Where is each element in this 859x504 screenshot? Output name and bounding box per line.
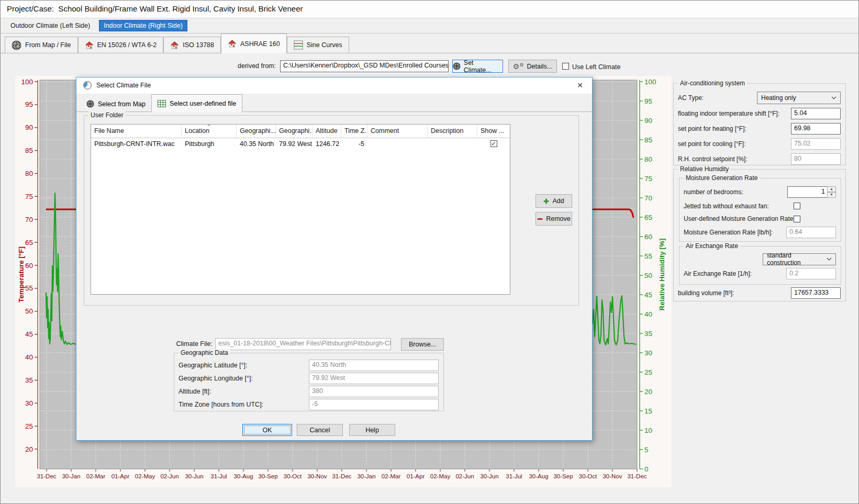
- col-time-zone[interactable]: Time Z...: [341, 125, 367, 138]
- svg-text:31-Dec: 31-Dec: [332, 473, 351, 479]
- svg-text:0: 0: [644, 465, 649, 473]
- col-altitude[interactable]: Altitude: [313, 125, 341, 138]
- svg-text:30-Aug: 30-Aug: [529, 473, 548, 479]
- user-folder-title: User Folder: [88, 111, 126, 119]
- svg-text:85: 85: [25, 147, 33, 154]
- svg-text:75: 75: [644, 175, 652, 183]
- svg-text:35: 35: [644, 330, 652, 338]
- browse-button[interactable]: Browse...: [401, 338, 444, 351]
- jetted-tub-label: Jetted tub without exhaust fan:: [684, 203, 836, 210]
- svg-text:01-Apr: 01-Apr: [111, 473, 130, 479]
- svg-text:75: 75: [25, 193, 33, 200]
- globe-icon: [86, 100, 94, 108]
- help-button[interactable]: Help: [349, 424, 395, 436]
- air-exchange-group-title: Air Exchange Rate: [684, 242, 740, 250]
- col-geographic-lon[interactable]: Geographi...: [276, 125, 313, 138]
- tab-label: ASHRAE 160: [240, 40, 280, 48]
- app-window: Project/Case: School Building/Frame Wall…: [0, 0, 859, 504]
- ac-type-dropdown[interactable]: Heating only: [757, 92, 841, 104]
- climate-file-table[interactable]: File Name ^Location Geographi... Geograp…: [91, 124, 510, 295]
- svg-text:15: 15: [644, 407, 652, 415]
- select-climate-file-dialog: Select Climate File ✕ Select from Map Se…: [76, 77, 593, 441]
- svg-text:30-Nov: 30-Nov: [307, 473, 327, 479]
- ac-type-label: AC Type:: [678, 94, 757, 102]
- cell-description[interactable]: [428, 138, 477, 150]
- svg-text:70: 70: [644, 194, 652, 202]
- svg-text:31-Dec: 31-Dec: [627, 473, 646, 479]
- tab-select-user-defined-file[interactable]: Select user-defined file: [151, 94, 242, 112]
- col-show[interactable]: Show ...: [477, 125, 510, 138]
- cooling-setpoint-field: 75.02: [791, 138, 841, 150]
- svg-text:30-Jan: 30-Jan: [357, 473, 375, 479]
- svg-text:02-Mar: 02-Mar: [382, 473, 401, 479]
- svg-text:30: 30: [644, 349, 652, 357]
- dialog-tabs: Select from Map Select user-defined file: [76, 94, 592, 112]
- col-location[interactable]: ^Location: [182, 125, 237, 138]
- svg-text:100: 100: [644, 78, 656, 86]
- timezone-label: Time Zone [hours from UTC]:: [179, 401, 309, 408]
- construction-type-dropdown[interactable]: standard construction: [763, 253, 836, 265]
- svg-text:02-Mar: 02-Mar: [86, 473, 106, 479]
- svg-text:5: 5: [644, 446, 649, 454]
- add-label: Add: [552, 197, 564, 205]
- svg-text:85: 85: [644, 136, 652, 144]
- stepper-down-icon[interactable]: ▼: [827, 192, 836, 198]
- ac-system-group: Air-conditioning system AC Type: Heating…: [673, 83, 846, 165]
- chevron-down-icon: [831, 96, 836, 99]
- tab-select-from-map[interactable]: Select from Map: [81, 96, 151, 111]
- svg-text:20: 20: [25, 445, 33, 453]
- svg-text:10: 10: [644, 427, 652, 434]
- bedrooms-value[interactable]: 1: [787, 186, 827, 198]
- bedrooms-label: number of bedrooms:: [684, 188, 787, 196]
- altitude-field: 380: [309, 386, 439, 397]
- floating-shift-field[interactable]: 5.04: [791, 108, 841, 119]
- longitude-field: 79.92 West: [309, 373, 439, 384]
- close-icon[interactable]: ✕: [572, 80, 588, 91]
- col-description[interactable]: Description: [428, 125, 477, 138]
- cell-comment[interactable]: [367, 138, 428, 150]
- latitude-field: 40.35 North: [309, 360, 439, 371]
- svg-text:55: 55: [644, 252, 652, 260]
- svg-text:60: 60: [644, 233, 652, 241]
- cell-timezone[interactable]: -5: [341, 138, 367, 150]
- table-row[interactable]: Pittsburgh-CRNT-INTR.wac Pittsburgh 40.3…: [91, 138, 510, 150]
- svg-text:65: 65: [25, 239, 33, 247]
- svg-text:90: 90: [644, 117, 652, 125]
- tab-ashrae-160[interactable]: ASHRAE 160: [221, 33, 287, 53]
- cell-show: [477, 138, 510, 150]
- bedrooms-stepper[interactable]: 1 ▲ ▼: [787, 186, 836, 198]
- cell-location[interactable]: Pittsburgh: [182, 138, 237, 150]
- svg-text:80: 80: [644, 155, 652, 163]
- svg-text:80: 80: [25, 170, 33, 177]
- cell-longitude[interactable]: 79.92 West: [276, 138, 313, 150]
- cell-latitude[interactable]: 40.35 North: [237, 138, 276, 150]
- svg-text:30-Oct: 30-Oct: [579, 473, 597, 479]
- cancel-button[interactable]: Cancel: [297, 424, 343, 436]
- dialog-title-bar[interactable]: Select Climate File ✕: [76, 77, 592, 94]
- col-file-name[interactable]: File Name: [91, 125, 182, 138]
- add-button[interactable]: Add: [536, 194, 572, 208]
- air-exchange-group: Air Exchange Rate standard construction …: [679, 246, 841, 285]
- cell-altitude[interactable]: 1246.72: [313, 138, 341, 150]
- svg-text:40: 40: [25, 353, 33, 361]
- building-volume-field[interactable]: 17657.3333: [791, 287, 841, 299]
- heating-setpoint-field[interactable]: 69.98: [791, 123, 841, 135]
- user-defined-rate-checkbox[interactable]: [794, 216, 800, 222]
- svg-text:31-Jul: 31-Jul: [506, 473, 522, 479]
- table-grid-icon: [158, 100, 166, 107]
- latitude-label: Geographic Latitude [°]:: [179, 362, 309, 369]
- cell-file-name[interactable]: Pittsburgh-CRNT-INTR.wac: [91, 138, 182, 150]
- svg-text:20: 20: [644, 388, 652, 396]
- svg-text:60: 60: [25, 262, 33, 270]
- svg-text:30-Jun: 30-Jun: [185, 473, 203, 479]
- remove-button[interactable]: Remove: [536, 212, 572, 226]
- svg-text:02-Jun: 02-Jun: [160, 473, 179, 479]
- col-comment[interactable]: Comment: [367, 125, 428, 138]
- stepper-up-icon[interactable]: ▲: [827, 186, 836, 192]
- jetted-tub-checkbox[interactable]: [794, 203, 800, 209]
- svg-text:95: 95: [25, 100, 33, 108]
- show-checkbox[interactable]: [490, 140, 497, 147]
- ok-button[interactable]: OK: [242, 424, 292, 436]
- svg-text:65: 65: [644, 214, 652, 221]
- col-geographic-lat[interactable]: Geographi...: [237, 125, 276, 138]
